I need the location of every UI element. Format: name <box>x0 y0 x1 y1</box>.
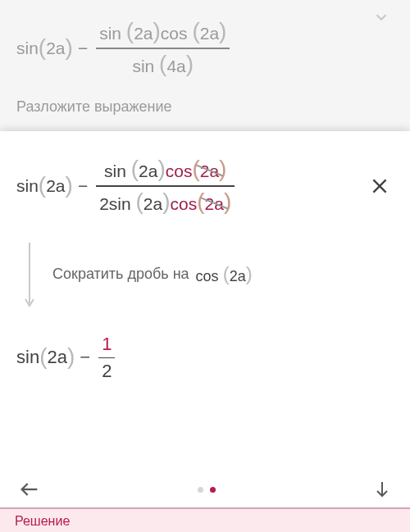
step-description: Сократить дробь на cos (2a) <box>23 241 394 308</box>
cancelled-factor-top: (2a) <box>192 157 226 183</box>
arg: 2a <box>46 39 65 58</box>
solution-footer[interactable]: Решение <box>0 507 410 532</box>
page-dot[interactable] <box>198 487 203 493</box>
problem-subtitle: Разложите выражение <box>16 98 394 116</box>
step-navigation <box>0 478 410 501</box>
chevron-down-icon[interactable] <box>372 8 390 26</box>
result-expression: sin (2a) − 1 2 <box>16 331 394 385</box>
cancelled-factor-bottom: (2a) <box>197 189 231 216</box>
page-dot-active[interactable] <box>210 487 216 493</box>
background-problem-panel: sin ( 2a ) − sin (2a)cos (2a) sin (4a) Р… <box>0 0 410 143</box>
footer-label: Решение <box>15 514 70 528</box>
fraction: sin (2a)cos (2a) sin (4a) <box>96 16 230 80</box>
minus: − <box>78 39 88 58</box>
expanded-expression: sin (2a) − sin (2a)cos(2a) 2sin (2a)cos(… <box>16 154 238 218</box>
prev-step-button[interactable] <box>18 478 41 501</box>
sin-fn: sin <box>16 39 39 58</box>
next-step-button[interactable] <box>372 478 392 501</box>
sin-fn: sin <box>16 176 39 196</box>
arrow-down-icon <box>23 241 36 308</box>
solution-panel: sin (2a) − sin (2a)cos(2a) 2sin (2a)cos(… <box>0 131 410 532</box>
step-text-label: Сократить дробь на <box>52 266 189 283</box>
paren-close: ) <box>66 34 73 61</box>
numerator-one: 1 <box>98 331 115 357</box>
fraction-half: 1 2 <box>98 331 115 385</box>
original-expression: sin ( 2a ) − sin (2a)cos (2a) sin (4a) <box>16 0 394 80</box>
fraction-expanded: sin (2a)cos(2a) 2sin (2a)cos(2a) <box>96 154 235 218</box>
denominator-two: 2 <box>98 358 115 384</box>
pagination-dots <box>198 487 216 493</box>
close-button[interactable] <box>366 172 394 200</box>
paren-open: ( <box>39 34 46 61</box>
